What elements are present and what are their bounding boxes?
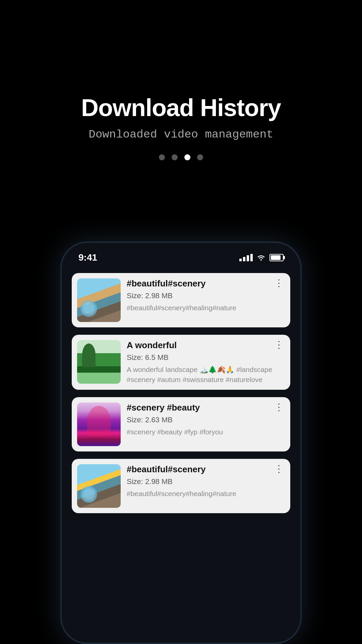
page-title: Download History — [81, 94, 281, 121]
dot-3[interactable] — [184, 154, 190, 160]
list-item[interactable]: A wonderful ⋮ Size: 6.5 MB A wonderful l… — [72, 335, 290, 390]
video-tags: #beautiful#scenery#healing#nature — [127, 489, 285, 498]
phone-mockup: 9:41 — [60, 241, 302, 644]
video-info: A wonderful ⋮ Size: 6.5 MB A wonderful l… — [127, 340, 285, 384]
list-item[interactable]: #beautiful#scenery ⋮ Size: 2.98 MB #beau… — [72, 459, 290, 513]
video-title: A wonderful — [127, 340, 177, 351]
video-title-row: #scenery #beauty ⋮ — [127, 402, 285, 413]
video-thumbnail — [77, 402, 121, 446]
list-item[interactable]: #scenery #beauty ⋮ Size: 2.63 MB #scener… — [72, 397, 290, 451]
video-list: #beautiful#scenery ⋮ Size: 2.98 MB #beau… — [62, 266, 300, 520]
video-title: #beautiful#scenery — [127, 278, 206, 289]
video-info: #beautiful#scenery ⋮ Size: 2.98 MB #beau… — [127, 464, 285, 499]
battery-fill — [271, 255, 281, 260]
phone-frame: 9:41 — [60, 241, 302, 644]
video-info: #scenery #beauty ⋮ Size: 2.63 MB #scener… — [127, 402, 285, 437]
battery-icon — [269, 254, 284, 261]
video-size: Size: 2.98 MB — [127, 291, 285, 300]
dot-4[interactable] — [197, 154, 203, 160]
video-size: Size: 2.63 MB — [127, 416, 285, 424]
status-icons — [239, 254, 284, 261]
video-tags: #beautiful#scenery#healing#nature — [127, 303, 285, 313]
more-options-button[interactable]: ⋮ — [273, 278, 285, 288]
status-time: 9:41 — [78, 252, 97, 263]
signal-icon — [239, 254, 253, 261]
dot-2[interactable] — [172, 154, 178, 160]
more-options-button[interactable]: ⋮ — [273, 464, 285, 474]
video-thumbnail — [77, 278, 121, 322]
list-item[interactable]: #beautiful#scenery ⋮ Size: 2.98 MB #beau… — [72, 273, 290, 327]
hero-section: Download History Downloaded video manage… — [0, 94, 362, 160]
video-title: #scenery #beauty — [127, 402, 200, 413]
video-title-row: #beautiful#scenery ⋮ — [127, 464, 285, 475]
video-tags: #scenery #beauty #fyp #foryou — [127, 427, 285, 437]
video-title-row: #beautiful#scenery ⋮ — [127, 278, 285, 289]
video-thumbnail — [77, 464, 121, 508]
video-title: #beautiful#scenery — [127, 464, 206, 475]
wifi-icon — [257, 254, 265, 261]
video-size: Size: 6.5 MB — [127, 353, 285, 362]
page-indicators — [159, 154, 203, 160]
video-tags: A wonderful landscape 🏔️🌲🍂🙏 #landscape #… — [127, 365, 285, 384]
video-info: #beautiful#scenery ⋮ Size: 2.98 MB #beau… — [127, 278, 285, 313]
status-bar: 9:41 — [62, 243, 300, 266]
page-subtitle: Downloaded video management — [89, 128, 274, 141]
more-options-button[interactable]: ⋮ — [273, 402, 285, 412]
video-title-row: A wonderful ⋮ — [127, 340, 285, 351]
dot-1[interactable] — [159, 154, 165, 160]
more-options-button[interactable]: ⋮ — [273, 340, 285, 350]
video-thumbnail — [77, 340, 121, 384]
video-size: Size: 2.98 MB — [127, 477, 285, 486]
svg-point-0 — [260, 259, 262, 261]
